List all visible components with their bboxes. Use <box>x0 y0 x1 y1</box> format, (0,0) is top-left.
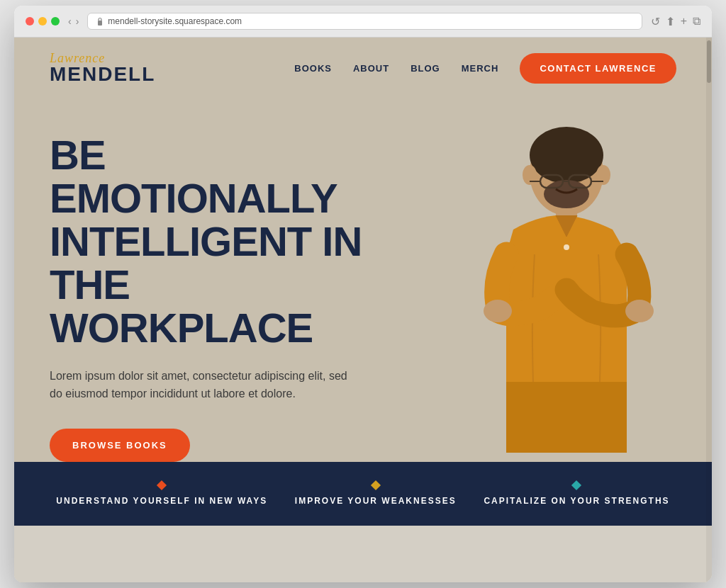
forward-icon[interactable]: › <box>76 16 79 27</box>
hero-section: BE EMOTIONALLY INTELLIGENT IN THE WORKPL… <box>14 98 712 462</box>
hero-content: BE EMOTIONALLY INTELLIGENT IN THE WORKPL… <box>50 113 394 462</box>
tagline-text-3: CAPITALIZE ON YOUR STRENGTHS <box>484 496 669 506</box>
tagline-diamond-1 <box>157 480 167 490</box>
tagline-text-2: IMPROVE YOUR WEAKNESSES <box>295 496 457 506</box>
person-illustration <box>435 113 676 453</box>
address-bar[interactable]: mendell-storysite.squarespace.com <box>87 13 642 30</box>
nav-blog[interactable]: BLOG <box>411 63 440 74</box>
scrollbar[interactable] <box>706 38 712 582</box>
lock-icon <box>96 17 104 26</box>
svg-point-13 <box>625 300 654 322</box>
site-wrapper: Lawrence MENDELL BOOKS ABOUT BLOG MERCH … <box>14 38 712 582</box>
browser-chrome: ‹ › mendell-storysite.squarespace.com ↺ … <box>14 6 712 38</box>
nav-about[interactable]: ABOUT <box>353 63 389 74</box>
nav-books[interactable]: BOOKS <box>294 63 332 74</box>
nav: Lawrence MENDELL BOOKS ABOUT BLOG MERCH … <box>14 38 712 98</box>
browse-books-button[interactable]: BROWSE BOOKS <box>50 429 190 462</box>
minimize-button[interactable] <box>38 17 47 26</box>
tagline-diamond-2 <box>371 480 381 490</box>
reload-icon[interactable]: ↺ <box>651 15 660 28</box>
maximize-button[interactable] <box>51 17 60 26</box>
svg-rect-0 <box>98 21 102 26</box>
logo: Lawrence MENDELL <box>50 52 155 84</box>
hero-image <box>394 113 676 453</box>
windows-icon[interactable]: ⧉ <box>693 15 700 28</box>
browser-back-forward: ‹ › <box>68 16 79 27</box>
tagline-text-1: UNDERSTAND YOURSELF IN NEW WAYS <box>56 496 267 506</box>
browser-window: ‹ › mendell-storysite.squarespace.com ↺ … <box>14 6 712 582</box>
svg-point-2 <box>530 127 603 183</box>
url-text: mendell-storysite.squarespace.com <box>108 16 242 26</box>
traffic-lights <box>26 17 60 26</box>
svg-point-12 <box>484 300 512 322</box>
tagline-diamond-3 <box>571 480 581 490</box>
tagline-item-1: UNDERSTAND YOURSELF IN NEW WAYS <box>56 482 267 506</box>
contact-cta-button[interactable]: CONTACT LAWRENCE <box>520 53 676 84</box>
tagline-item-3: CAPITALIZE ON YOUR STRENGTHS <box>484 482 669 506</box>
logo-main: MENDELL <box>50 64 155 84</box>
hero-body-text: Lorem ipsum dolor sit amet, consectetur … <box>50 367 362 403</box>
bottom-strip <box>14 526 712 582</box>
svg-rect-15 <box>506 382 627 453</box>
browser-actions: ↺ ⬆ + ⧉ <box>651 15 700 28</box>
close-button[interactable] <box>26 17 34 26</box>
nav-links: BOOKS ABOUT BLOG MERCH CONTACT LAWRENCE <box>294 53 676 84</box>
tagline-bar: UNDERSTAND YOURSELF IN NEW WAYS IMPROVE … <box>14 462 712 526</box>
new-tab-icon[interactable]: + <box>681 15 687 28</box>
share-icon[interactable]: ⬆ <box>666 15 675 28</box>
nav-merch[interactable]: MERCH <box>462 63 499 74</box>
hero-title: BE EMOTIONALLY INTELLIGENT IN THE WORKPL… <box>50 134 394 349</box>
back-icon[interactable]: ‹ <box>68 16 72 27</box>
svg-point-14 <box>564 244 569 250</box>
tagline-item-2: IMPROVE YOUR WEAKNESSES <box>295 482 457 506</box>
svg-point-5 <box>544 180 589 208</box>
